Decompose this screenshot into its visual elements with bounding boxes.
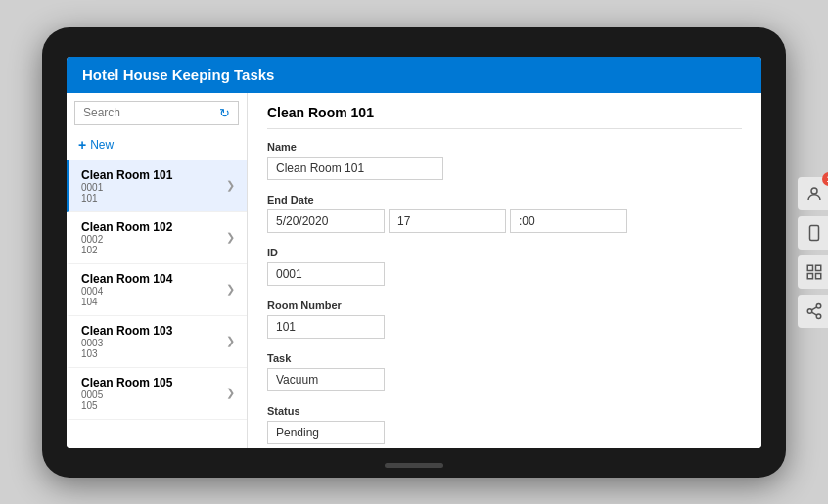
list-item-name: Clean Room 102 xyxy=(81,220,172,234)
room-number-label: Room Number xyxy=(267,299,742,311)
task-label: Task xyxy=(267,352,742,364)
room-number-field-group: Room Number 101 xyxy=(267,299,742,339)
list-item-room: 104 xyxy=(81,297,172,307)
name-value: Clean Room 101 xyxy=(267,157,443,180)
end-date-row: 5/20/2020 17 :00 xyxy=(267,209,742,233)
home-button[interactable] xyxy=(385,463,443,468)
detail-title: Clean Room 101 xyxy=(267,105,742,129)
list-item-id: 0001 xyxy=(81,182,172,193)
list-item-name: Clean Room 105 xyxy=(81,376,172,389)
new-button[interactable]: + New xyxy=(67,133,247,157)
share-icon-btn[interactable] xyxy=(798,295,828,328)
user-icon-btn[interactable]: 1 xyxy=(798,177,828,210)
list-item[interactable]: Clean Room 102 0002 102 ❯ xyxy=(67,212,247,264)
list-item-info: Clean Room 101 0001 101 xyxy=(81,168,172,204)
phone-icon-btn[interactable] xyxy=(798,216,828,250)
list-item-info: Clean Room 104 0004 104 xyxy=(81,272,172,307)
svg-point-9 xyxy=(816,314,821,319)
status-field-group: Status Pending xyxy=(267,405,742,444)
list-item[interactable]: Clean Room 104 0004 104 ❯ xyxy=(67,264,247,316)
list-item-room: 103 xyxy=(81,348,172,359)
search-input[interactable] xyxy=(83,106,215,119)
chevron-icon: ❯ xyxy=(226,231,235,244)
list-item-id: 0003 xyxy=(81,338,172,348)
side-icons-panel: 1 xyxy=(798,177,828,328)
svg-rect-6 xyxy=(816,273,821,278)
tablet-frame: Hotel House Keeping Tasks ↻ + New xyxy=(42,27,786,478)
svg-point-8 xyxy=(807,308,812,313)
svg-rect-4 xyxy=(816,265,821,270)
room-number-value: 101 xyxy=(267,315,385,339)
id-field-group: ID 0001 xyxy=(267,247,742,286)
status-value: Pending xyxy=(267,421,385,444)
detail-panel: Clean Room 101 Name Clean Room 101 End D… xyxy=(248,93,761,448)
app-title: Hotel House Keeping Tasks xyxy=(82,67,274,83)
search-box[interactable]: ↻ xyxy=(74,101,239,125)
svg-point-0 xyxy=(811,188,817,194)
list-item-id: 0002 xyxy=(81,234,172,245)
list-item[interactable]: Clean Room 103 0003 103 ❯ xyxy=(67,316,247,368)
list-item-id: 0004 xyxy=(81,286,172,297)
new-button-label: New xyxy=(90,138,114,152)
end-time-min[interactable]: :00 xyxy=(510,209,627,233)
grid-icon-btn[interactable] xyxy=(798,255,828,289)
list-container: Clean Room 101 0001 101 ❯ Clean Room 102… xyxy=(67,160,247,448)
plus-icon: + xyxy=(78,137,86,153)
svg-line-10 xyxy=(811,312,816,315)
list-item-room: 101 xyxy=(81,193,172,204)
list-item-room: 105 xyxy=(81,400,172,411)
svg-rect-5 xyxy=(807,273,812,278)
svg-line-11 xyxy=(811,306,816,309)
list-item-name: Clean Room 101 xyxy=(81,168,172,182)
list-item[interactable]: Clean Room 101 0001 101 ❯ xyxy=(67,160,247,212)
end-time-hour[interactable]: 17 xyxy=(389,209,506,233)
task-field-group: Task Vacuum xyxy=(267,352,742,391)
svg-rect-3 xyxy=(807,265,812,270)
end-date-value[interactable]: 5/20/2020 xyxy=(267,209,385,233)
chevron-icon: ❯ xyxy=(226,335,235,347)
list-item-info: Clean Room 103 0003 103 xyxy=(81,324,172,359)
list-item-name: Clean Room 103 xyxy=(81,324,172,338)
name-label: Name xyxy=(267,141,742,153)
status-label: Status xyxy=(267,405,742,417)
chevron-icon: ❯ xyxy=(226,283,235,296)
task-value: Vacuum xyxy=(267,368,385,391)
list-item-name: Clean Room 104 xyxy=(81,272,172,286)
svg-point-7 xyxy=(816,303,821,308)
chevron-icon: ❯ xyxy=(226,387,235,399)
sidebar: ↻ + New Clean Room 101 0001 101 xyxy=(67,93,248,448)
list-item[interactable]: Clean Room 105 0005 105 ❯ xyxy=(67,368,247,420)
svg-rect-1 xyxy=(810,225,819,240)
refresh-icon[interactable]: ↻ xyxy=(219,106,230,120)
id-value: 0001 xyxy=(267,262,385,286)
list-item-id: 0005 xyxy=(81,389,172,400)
tablet-screen: Hotel House Keeping Tasks ↻ + New xyxy=(67,57,761,448)
list-item-room: 102 xyxy=(81,245,172,255)
end-date-label: End Date xyxy=(267,194,742,206)
chevron-icon: ❯ xyxy=(226,179,235,192)
end-date-field-group: End Date 5/20/2020 17 :00 xyxy=(267,194,742,233)
badge-1: 1 xyxy=(822,172,828,186)
name-field-group: Name Clean Room 101 xyxy=(267,141,742,180)
app-header: Hotel House Keeping Tasks xyxy=(67,57,761,93)
list-item-info: Clean Room 102 0002 102 xyxy=(81,220,172,255)
list-item-info: Clean Room 105 0005 105 xyxy=(81,376,172,411)
id-label: ID xyxy=(267,247,742,258)
app-body: ↻ + New Clean Room 101 0001 101 xyxy=(67,93,761,448)
